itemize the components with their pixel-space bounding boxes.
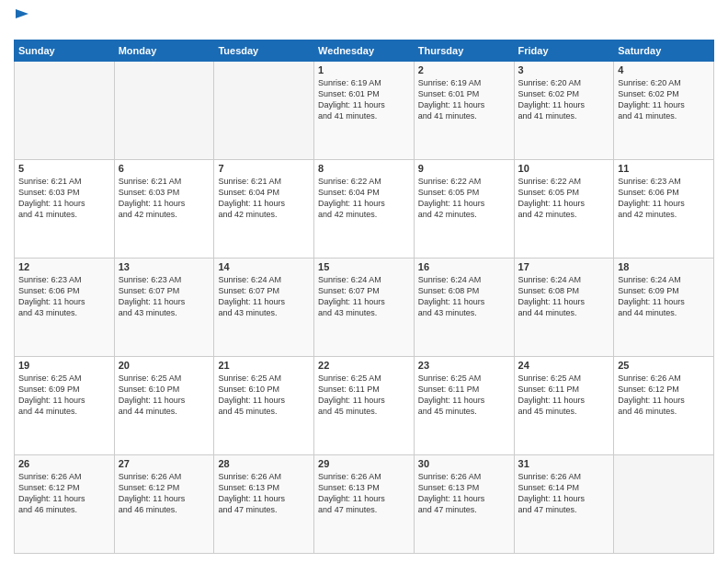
day-cell: 8Sunrise: 6:22 AM Sunset: 6:04 PM Daylig…	[314, 159, 415, 258]
page: SundayMondayTuesdayWednesdayThursdayFrid…	[0, 0, 728, 563]
weekday-thursday: Thursday	[414, 40, 514, 61]
week-row-4: 19Sunrise: 6:25 AM Sunset: 6:09 PM Dayli…	[15, 356, 714, 454]
day-info: Sunrise: 6:22 AM Sunset: 6:04 PM Dayligh…	[318, 176, 410, 221]
day-info: Sunrise: 6:26 AM Sunset: 6:13 PM Dayligh…	[218, 471, 310, 516]
day-cell: 21Sunrise: 6:25 AM Sunset: 6:10 PM Dayli…	[214, 356, 314, 454]
day-info: Sunrise: 6:26 AM Sunset: 6:13 PM Dayligh…	[318, 471, 410, 516]
day-cell: 22Sunrise: 6:25 AM Sunset: 6:11 PM Dayli…	[314, 356, 415, 454]
weekday-friday: Friday	[514, 40, 614, 61]
day-info: Sunrise: 6:25 AM Sunset: 6:10 PM Dayligh…	[119, 373, 210, 418]
day-cell	[114, 61, 214, 159]
day-number: 13	[119, 261, 210, 272]
weekday-saturday: Saturday	[614, 40, 714, 61]
day-cell: 11Sunrise: 6:23 AM Sunset: 6:06 PM Dayli…	[614, 159, 714, 258]
week-row-2: 5Sunrise: 6:21 AM Sunset: 6:03 PM Daylig…	[15, 159, 714, 258]
weekday-sunday: Sunday	[15, 40, 115, 61]
day-info: Sunrise: 6:24 AM Sunset: 6:07 PM Dayligh…	[218, 274, 310, 319]
day-cell: 23Sunrise: 6:25 AM Sunset: 6:11 PM Dayli…	[414, 356, 514, 454]
weekday-wednesday: Wednesday	[314, 40, 415, 61]
day-cell: 13Sunrise: 6:23 AM Sunset: 6:07 PM Dayli…	[114, 258, 214, 356]
day-cell: 7Sunrise: 6:21 AM Sunset: 6:04 PM Daylig…	[214, 159, 314, 258]
day-cell: 25Sunrise: 6:26 AM Sunset: 6:12 PM Dayli…	[614, 356, 714, 454]
day-number: 5	[18, 163, 110, 174]
day-info: Sunrise: 6:20 AM Sunset: 6:02 PM Dayligh…	[518, 77, 610, 122]
svg-marker-0	[16, 9, 28, 18]
day-number: 30	[418, 458, 510, 469]
day-number: 27	[119, 458, 210, 469]
day-number: 6	[119, 163, 210, 174]
day-number: 18	[618, 261, 710, 272]
day-info: Sunrise: 6:26 AM Sunset: 6:12 PM Dayligh…	[119, 471, 210, 516]
logo	[14, 9, 28, 32]
day-info: Sunrise: 6:25 AM Sunset: 6:09 PM Dayligh…	[18, 373, 110, 418]
day-info: Sunrise: 6:23 AM Sunset: 6:06 PM Dayligh…	[18, 274, 110, 319]
day-info: Sunrise: 6:26 AM Sunset: 6:12 PM Dayligh…	[18, 471, 110, 516]
calendar-table: SundayMondayTuesdayWednesdayThursdayFrid…	[14, 40, 714, 554]
day-cell: 17Sunrise: 6:24 AM Sunset: 6:08 PM Dayli…	[514, 258, 614, 356]
day-info: Sunrise: 6:21 AM Sunset: 6:03 PM Dayligh…	[18, 176, 110, 221]
day-cell: 5Sunrise: 6:21 AM Sunset: 6:03 PM Daylig…	[15, 159, 115, 258]
week-row-3: 12Sunrise: 6:23 AM Sunset: 6:06 PM Dayli…	[15, 258, 714, 356]
day-number: 2	[418, 64, 510, 75]
day-number: 14	[218, 261, 310, 272]
week-row-5: 26Sunrise: 6:26 AM Sunset: 6:12 PM Dayli…	[15, 454, 714, 553]
weekday-tuesday: Tuesday	[214, 40, 314, 61]
day-info: Sunrise: 6:25 AM Sunset: 6:11 PM Dayligh…	[418, 373, 510, 418]
header	[14, 9, 714, 32]
day-number: 4	[618, 64, 710, 75]
day-cell: 15Sunrise: 6:24 AM Sunset: 6:07 PM Dayli…	[314, 258, 415, 356]
day-cell: 3Sunrise: 6:20 AM Sunset: 6:02 PM Daylig…	[514, 61, 614, 159]
day-info: Sunrise: 6:25 AM Sunset: 6:11 PM Dayligh…	[518, 373, 610, 418]
day-info: Sunrise: 6:25 AM Sunset: 6:11 PM Dayligh…	[318, 373, 410, 418]
day-info: Sunrise: 6:24 AM Sunset: 6:08 PM Dayligh…	[418, 274, 510, 319]
day-info: Sunrise: 6:26 AM Sunset: 6:14 PM Dayligh…	[518, 471, 610, 516]
day-info: Sunrise: 6:19 AM Sunset: 6:01 PM Dayligh…	[318, 77, 410, 122]
day-number: 24	[518, 360, 610, 371]
day-number: 11	[618, 163, 710, 174]
day-cell: 6Sunrise: 6:21 AM Sunset: 6:03 PM Daylig…	[114, 159, 214, 258]
day-cell: 2Sunrise: 6:19 AM Sunset: 6:01 PM Daylig…	[414, 61, 514, 159]
day-number: 1	[318, 64, 410, 75]
day-cell: 4Sunrise: 6:20 AM Sunset: 6:02 PM Daylig…	[614, 61, 714, 159]
day-info: Sunrise: 6:26 AM Sunset: 6:12 PM Dayligh…	[618, 373, 710, 418]
day-number: 28	[218, 458, 310, 469]
day-cell: 10Sunrise: 6:22 AM Sunset: 6:05 PM Dayli…	[514, 159, 614, 258]
day-cell: 18Sunrise: 6:24 AM Sunset: 6:09 PM Dayli…	[614, 258, 714, 356]
day-number: 20	[119, 360, 210, 371]
weekday-monday: Monday	[114, 40, 214, 61]
day-number: 26	[18, 458, 110, 469]
day-cell: 12Sunrise: 6:23 AM Sunset: 6:06 PM Dayli…	[15, 258, 115, 356]
day-cell: 24Sunrise: 6:25 AM Sunset: 6:11 PM Dayli…	[514, 356, 614, 454]
week-row-1: 1Sunrise: 6:19 AM Sunset: 6:01 PM Daylig…	[15, 61, 714, 159]
day-cell: 20Sunrise: 6:25 AM Sunset: 6:10 PM Dayli…	[114, 356, 214, 454]
day-info: Sunrise: 6:24 AM Sunset: 6:08 PM Dayligh…	[518, 274, 610, 319]
day-number: 21	[218, 360, 310, 371]
day-info: Sunrise: 6:24 AM Sunset: 6:07 PM Dayligh…	[318, 274, 410, 319]
day-cell: 14Sunrise: 6:24 AM Sunset: 6:07 PM Dayli…	[214, 258, 314, 356]
day-cell: 16Sunrise: 6:24 AM Sunset: 6:08 PM Dayli…	[414, 258, 514, 356]
day-number: 3	[518, 64, 610, 75]
day-info: Sunrise: 6:23 AM Sunset: 6:06 PM Dayligh…	[618, 176, 710, 221]
day-number: 8	[318, 163, 410, 174]
day-number: 29	[318, 458, 410, 469]
day-number: 19	[18, 360, 110, 371]
day-info: Sunrise: 6:24 AM Sunset: 6:09 PM Dayligh…	[618, 274, 710, 319]
day-cell: 27Sunrise: 6:26 AM Sunset: 6:12 PM Dayli…	[114, 454, 214, 553]
day-number: 22	[318, 360, 410, 371]
day-number: 16	[418, 261, 510, 272]
day-number: 7	[218, 163, 310, 174]
day-cell: 30Sunrise: 6:26 AM Sunset: 6:13 PM Dayli…	[414, 454, 514, 553]
day-info: Sunrise: 6:19 AM Sunset: 6:01 PM Dayligh…	[418, 77, 510, 122]
day-number: 17	[518, 261, 610, 272]
day-cell: 26Sunrise: 6:26 AM Sunset: 6:12 PM Dayli…	[15, 454, 115, 553]
day-cell: 19Sunrise: 6:25 AM Sunset: 6:09 PM Dayli…	[15, 356, 115, 454]
day-info: Sunrise: 6:21 AM Sunset: 6:03 PM Dayligh…	[119, 176, 210, 221]
day-cell: 28Sunrise: 6:26 AM Sunset: 6:13 PM Dayli…	[214, 454, 314, 553]
day-cell	[15, 61, 115, 159]
day-info: Sunrise: 6:22 AM Sunset: 6:05 PM Dayligh…	[418, 176, 510, 221]
day-number: 31	[518, 458, 610, 469]
day-cell: 9Sunrise: 6:22 AM Sunset: 6:05 PM Daylig…	[414, 159, 514, 258]
day-number: 10	[518, 163, 610, 174]
day-info: Sunrise: 6:20 AM Sunset: 6:02 PM Dayligh…	[618, 77, 710, 122]
day-number: 15	[318, 261, 410, 272]
